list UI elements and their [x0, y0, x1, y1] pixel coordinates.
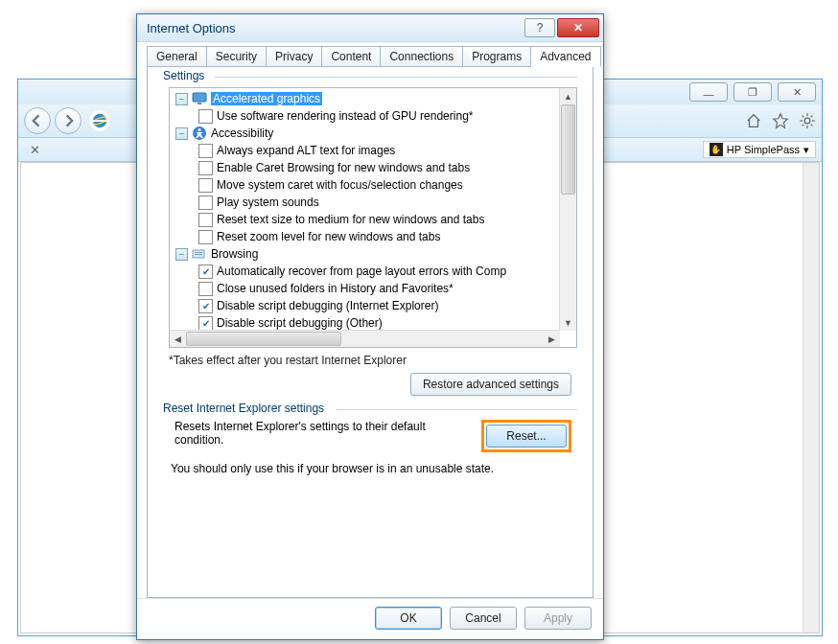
category-label: Accelerated graphics: [211, 92, 322, 105]
favorites-star-icon[interactable]: [772, 112, 789, 129]
tab-advanced[interactable]: Advanced: [530, 46, 600, 67]
checkbox[interactable]: [198, 109, 213, 124]
checkbox[interactable]: [198, 230, 213, 244]
category-icon: [192, 246, 207, 262]
dialog-button-row: OK Cancel Apply: [137, 598, 603, 639]
settings-group-label: Settings: [163, 69, 208, 82]
restore-advanced-button[interactable]: Restore advanced settings: [410, 373, 571, 396]
item-label: Automatically recover from page layout e…: [217, 264, 506, 278]
tree-horizontal-scrollbar[interactable]: ◀ ▶: [170, 330, 560, 347]
hp-simplepass-icon: ✋: [710, 143, 723, 156]
ok-button[interactable]: OK: [375, 607, 442, 630]
tree-category[interactable]: −Accessibility: [174, 125, 560, 142]
tree-item[interactable]: Disable script debugging (Other): [174, 314, 560, 331]
ie-logo-icon: [89, 110, 110, 131]
maximize-button[interactable]: ❐: [733, 82, 772, 102]
tab-privacy[interactable]: Privacy: [266, 46, 322, 67]
category-icon: [192, 91, 207, 106]
item-label: Disable script debugging (Other): [217, 316, 383, 330]
settings-group: Settings −Accelerated graphicsUse softwa…: [163, 77, 577, 396]
item-label: Reset zoom level for new windows and tab…: [217, 230, 440, 243]
item-label: Play system sounds: [217, 196, 319, 209]
close-tab-icon[interactable]: ✕: [24, 143, 46, 157]
reset-warning: You should only use this if your browser…: [171, 462, 570, 475]
checkbox[interactable]: [198, 144, 213, 158]
cancel-button[interactable]: Cancel: [450, 607, 517, 630]
tree-item[interactable]: Automatically recover from page layout e…: [174, 263, 560, 280]
settings-tree[interactable]: −Accelerated graphicsUse software render…: [169, 87, 577, 348]
checkbox[interactable]: [198, 299, 213, 313]
reset-highlight: Reset...: [481, 420, 571, 452]
svg-point-15: [198, 128, 201, 131]
collapse-icon[interactable]: −: [175, 248, 188, 261]
tab-general[interactable]: General: [147, 46, 207, 67]
reset-description: Resets Internet Explorer's settings to t…: [175, 420, 468, 447]
item-label: Always expand ALT text for images: [217, 144, 395, 157]
tree-category[interactable]: −Browsing: [174, 245, 560, 263]
svg-line-8: [803, 116, 804, 118]
reset-button[interactable]: Reset...: [486, 425, 567, 448]
checkbox[interactable]: [198, 161, 213, 175]
svg-rect-12: [193, 93, 206, 102]
minimize-button[interactable]: —: [689, 82, 728, 102]
tree-item[interactable]: Play system sounds: [174, 194, 560, 211]
dialog-help-button[interactable]: ?: [524, 18, 555, 37]
category-label: Browsing: [211, 247, 258, 261]
category-label: Accessibility: [211, 126, 273, 140]
item-label: Reset text size to medium for new window…: [217, 213, 484, 226]
tree-vertical-scrollbar[interactable]: ▲ ▼: [559, 88, 576, 331]
arrow-right-icon: [61, 114, 75, 127]
collapse-icon[interactable]: −: [175, 127, 188, 140]
svg-rect-18: [195, 254, 202, 255]
svg-line-11: [811, 116, 813, 118]
ie-vertical-scrollbar[interactable]: [803, 163, 819, 632]
advanced-tab-panel: Settings −Accelerated graphicsUse softwa…: [147, 66, 594, 598]
svg-rect-13: [198, 103, 201, 104]
tree-item[interactable]: Reset text size to medium for new window…: [174, 211, 560, 228]
hp-simplepass-addon[interactable]: ✋ HP SimplePass ▾: [703, 141, 816, 158]
checkbox[interactable]: [198, 213, 213, 227]
dialog-close-button[interactable]: ✕: [557, 18, 599, 37]
checkbox[interactable]: [198, 178, 213, 193]
chevron-down-icon: ▾: [803, 144, 809, 156]
tab-content[interactable]: Content: [321, 46, 381, 67]
reset-group-label: Reset Internet Explorer settings: [163, 402, 328, 415]
tree-item[interactable]: Close unused folders in History and Favo…: [174, 280, 560, 297]
tab-connections[interactable]: Connections: [380, 46, 463, 67]
tools-gear-icon[interactable]: [799, 112, 816, 129]
checkbox[interactable]: [198, 196, 213, 210]
tree-item[interactable]: Enable Caret Browsing for new windows an…: [174, 159, 560, 176]
scrollbar-thumb[interactable]: [561, 104, 575, 195]
checkbox[interactable]: [198, 282, 213, 296]
tree-item[interactable]: Always expand ALT text for images: [174, 142, 560, 159]
tree-item[interactable]: Use software rendering instead of GPU re…: [174, 107, 560, 125]
svg-rect-17: [195, 252, 202, 253]
tree-item[interactable]: Reset zoom level for new windows and tab…: [174, 228, 560, 245]
arrow-left-icon: [31, 114, 44, 127]
apply-button[interactable]: Apply: [524, 607, 592, 630]
checkbox[interactable]: [198, 264, 213, 279]
reset-group: Reset Internet Explorer settings Resets …: [163, 409, 577, 475]
checkbox[interactable]: [198, 316, 213, 331]
svg-rect-2: [93, 120, 106, 122]
collapse-icon[interactable]: −: [175, 93, 188, 105]
category-icon: [192, 126, 207, 141]
close-button[interactable]: ✕: [778, 82, 816, 102]
tree-item[interactable]: Move system caret with focus/selection c…: [174, 176, 560, 194]
hp-simplepass-label: HP SimplePass: [727, 144, 800, 155]
dialog-titlebar: Internet Options ? ✕: [137, 14, 603, 42]
restart-note: *Takes effect after you restart Internet…: [169, 354, 577, 367]
tab-programs[interactable]: Programs: [462, 46, 531, 67]
forward-button[interactable]: [55, 107, 81, 134]
scrollbar-thumb[interactable]: [186, 332, 341, 346]
tree-item[interactable]: Disable script debugging (Internet Explo…: [174, 297, 560, 314]
tab-security[interactable]: Security: [206, 46, 267, 67]
dialog-tabstrip: General Security Privacy Content Connect…: [147, 46, 594, 67]
item-label: Close unused folders in History and Favo…: [217, 282, 454, 295]
svg-line-9: [811, 125, 813, 126]
home-icon[interactable]: [745, 112, 762, 129]
item-label: Enable Caret Browsing for new windows an…: [217, 161, 470, 174]
dialog-title: Internet Options: [147, 21, 236, 35]
tree-category[interactable]: −Accelerated graphics: [174, 90, 560, 107]
back-button[interactable]: [24, 107, 51, 134]
